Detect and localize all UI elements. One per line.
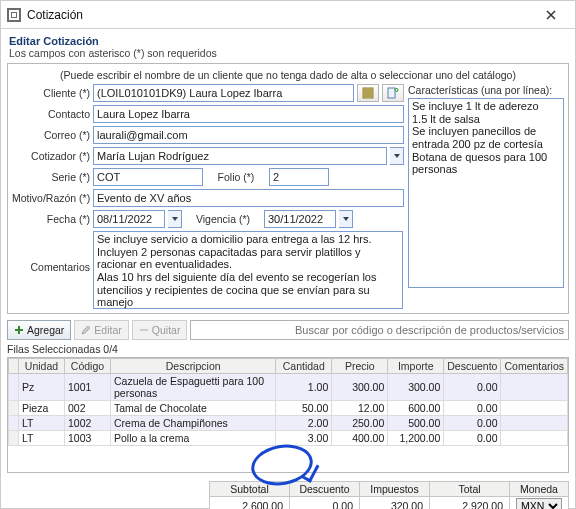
comentarios-input[interactable] bbox=[93, 231, 403, 309]
val-subtotal: 2,600.00 bbox=[210, 497, 290, 510]
selection-info: Filas Seleccionadas 0/4 bbox=[7, 343, 569, 355]
caracteristicas-input[interactable] bbox=[408, 98, 564, 288]
label-fecha: Fecha (*) bbox=[12, 213, 90, 225]
label-cotizador: Cotizador (*) bbox=[12, 150, 90, 162]
col-precio[interactable]: Precio bbox=[332, 359, 388, 374]
quitar-button[interactable]: Quitar bbox=[132, 320, 188, 340]
cotizador-input[interactable] bbox=[93, 147, 387, 165]
th-subtotal: Subtotal bbox=[210, 482, 290, 497]
totals-table: Subtotal Descuento Impuestos Total Moned… bbox=[209, 481, 569, 509]
label-folio: Folio (*) bbox=[206, 171, 266, 183]
window-title: Cotización bbox=[27, 8, 83, 22]
label-caracteristicas: Características (una por línea): bbox=[408, 84, 564, 96]
label-vigencia: Vigencia (*) bbox=[185, 213, 261, 225]
vigencia-picker[interactable] bbox=[339, 210, 353, 228]
table-row[interactable]: LT1002Crema de Champiñones2.00250.00500.… bbox=[9, 416, 568, 431]
serie-input[interactable] bbox=[93, 168, 203, 186]
label-cliente: Cliente (*) bbox=[12, 87, 90, 99]
th-total: Total bbox=[430, 482, 510, 497]
col-comentarios[interactable]: Comentarios bbox=[501, 359, 568, 374]
motivo-input[interactable] bbox=[93, 189, 404, 207]
table-row[interactable]: LT1003Pollo a la crema3.00400.001,200.00… bbox=[9, 431, 568, 446]
col-importe[interactable]: Importe bbox=[388, 359, 444, 374]
th-moneda: Moneda bbox=[510, 482, 569, 497]
search-input[interactable] bbox=[190, 320, 569, 340]
page-subtitle: Los campos con asterisco (*) son requeri… bbox=[9, 47, 569, 59]
col-descuento[interactable]: Descuento bbox=[444, 359, 501, 374]
col-unidad[interactable]: Unidad bbox=[19, 359, 65, 374]
col-cantidad[interactable]: Cantidad bbox=[276, 359, 332, 374]
label-contacto: Contacto bbox=[12, 108, 90, 120]
label-motivo: Motivo/Razón (*) bbox=[12, 192, 90, 204]
val-impuestos: 320.00 bbox=[360, 497, 430, 510]
label-serie: Serie (*) bbox=[12, 171, 90, 183]
client-hint: (Puede escribir el nombre de un cliente … bbox=[12, 69, 564, 81]
page-title: Editar Cotización bbox=[9, 35, 569, 47]
add-client-button[interactable] bbox=[382, 84, 404, 102]
contacto-input[interactable] bbox=[93, 105, 404, 123]
th-impuestos: Impuestos bbox=[360, 482, 430, 497]
table-row[interactable]: Pz1001Cazuela de Espaguetti para 100 per… bbox=[9, 374, 568, 401]
folio-input[interactable] bbox=[269, 168, 329, 186]
close-button[interactable] bbox=[533, 1, 569, 28]
col-codigo[interactable]: Código bbox=[65, 359, 111, 374]
vigencia-input[interactable] bbox=[264, 210, 336, 228]
col-descripcion[interactable]: Descripcion bbox=[111, 359, 276, 374]
table-row[interactable]: Pieza002Tamal de Chocolate50.0012.00600.… bbox=[9, 401, 568, 416]
app-icon bbox=[7, 8, 21, 22]
cliente-input[interactable] bbox=[93, 84, 354, 102]
th-descuento: Descuento bbox=[290, 482, 360, 497]
catalog-button[interactable] bbox=[357, 84, 379, 102]
svg-rect-1 bbox=[388, 88, 395, 98]
val-total: 2,920.00 bbox=[430, 497, 510, 510]
fecha-picker[interactable] bbox=[168, 210, 182, 228]
label-comentarios: Comentarios bbox=[12, 261, 90, 273]
fecha-input[interactable] bbox=[93, 210, 165, 228]
val-descuento: 0.00 bbox=[290, 497, 360, 510]
label-correo: Correo (*) bbox=[12, 129, 90, 141]
agregar-button[interactable]: Agregar bbox=[7, 320, 71, 340]
cotizador-dropdown[interactable] bbox=[390, 147, 404, 165]
editar-button[interactable]: Editar bbox=[74, 320, 128, 340]
items-grid[interactable]: Unidad Código Descripcion Cantidad Preci… bbox=[8, 358, 568, 446]
moneda-select[interactable]: MXN bbox=[516, 498, 562, 509]
correo-input[interactable] bbox=[93, 126, 404, 144]
